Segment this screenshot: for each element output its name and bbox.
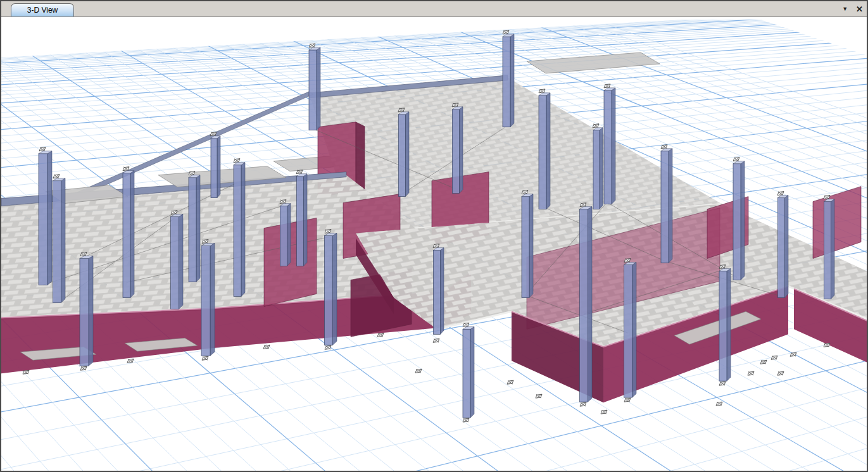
- tab-3d-view-label: 3-D View: [27, 6, 58, 15]
- support-icon: [601, 410, 607, 414]
- support-icon: [771, 356, 777, 359]
- close-view-icon[interactable]: ✕: [856, 5, 863, 13]
- support-icon: [733, 158, 739, 161]
- column[interactable]: [39, 147, 52, 285]
- column[interactable]: [189, 171, 200, 282]
- model-3d-viewport[interactable]: [1, 17, 867, 471]
- column[interactable]: [624, 258, 637, 402]
- support-icon: [127, 359, 134, 363]
- column[interactable]: [280, 200, 291, 266]
- column[interactable]: [210, 132, 220, 198]
- support-icon: [23, 370, 29, 374]
- column[interactable]: [593, 124, 603, 209]
- column[interactable]: [539, 89, 550, 209]
- column[interactable]: [398, 108, 409, 197]
- support-icon: [202, 356, 208, 360]
- column[interactable]: [171, 211, 184, 309]
- column[interactable]: [309, 44, 320, 130]
- support-icon: [507, 380, 513, 384]
- support-icon: [580, 402, 586, 406]
- column[interactable]: [234, 159, 245, 297]
- support-icon: [748, 371, 754, 375]
- support-icon: [234, 159, 240, 163]
- tab-controls: ▼ ✕: [842, 1, 863, 16]
- column[interactable]: [604, 84, 615, 204]
- column[interactable]: [325, 230, 337, 350]
- support-icon: [463, 418, 469, 422]
- support-icon: [80, 366, 87, 370]
- support-icon: [53, 175, 60, 178]
- view-window: 3-D View ▼ ✕: [0, 0, 868, 472]
- support-icon: [824, 343, 830, 347]
- column[interactable]: [53, 175, 66, 303]
- column[interactable]: [201, 240, 215, 361]
- support-icon: [39, 147, 46, 151]
- support-icon: [624, 398, 631, 402]
- support-icon: [777, 371, 784, 375]
- column[interactable]: [777, 192, 788, 298]
- column[interactable]: [503, 30, 514, 127]
- support-icon: [263, 345, 270, 349]
- column[interactable]: [433, 244, 444, 335]
- tab-3d-view[interactable]: 3-D View: [11, 3, 74, 16]
- column[interactable]: [522, 190, 533, 298]
- model-3d-canvas[interactable]: [1, 17, 867, 471]
- support-icon: [415, 369, 422, 373]
- support-icon: [719, 382, 726, 385]
- support-icon: [433, 338, 439, 342]
- view-tab-bar: 3-D View ▼ ✕: [1, 1, 867, 17]
- column[interactable]: [463, 323, 474, 422]
- support-icon: [760, 360, 767, 364]
- support-icon: [536, 394, 542, 398]
- column[interactable]: [452, 103, 463, 194]
- column[interactable]: [580, 203, 593, 407]
- column[interactable]: [661, 145, 672, 263]
- tab-list-dropdown-icon[interactable]: ▼: [842, 6, 848, 12]
- column[interactable]: [80, 252, 93, 370]
- column[interactable]: [719, 264, 731, 385]
- column[interactable]: [733, 158, 745, 280]
- column[interactable]: [296, 170, 307, 266]
- support-icon: [716, 402, 722, 406]
- support-icon: [325, 345, 331, 349]
- support-icon: [604, 84, 610, 88]
- column[interactable]: [824, 196, 834, 299]
- support-icon: [593, 124, 599, 128]
- column[interactable]: [123, 167, 134, 298]
- support-icon: [377, 333, 384, 337]
